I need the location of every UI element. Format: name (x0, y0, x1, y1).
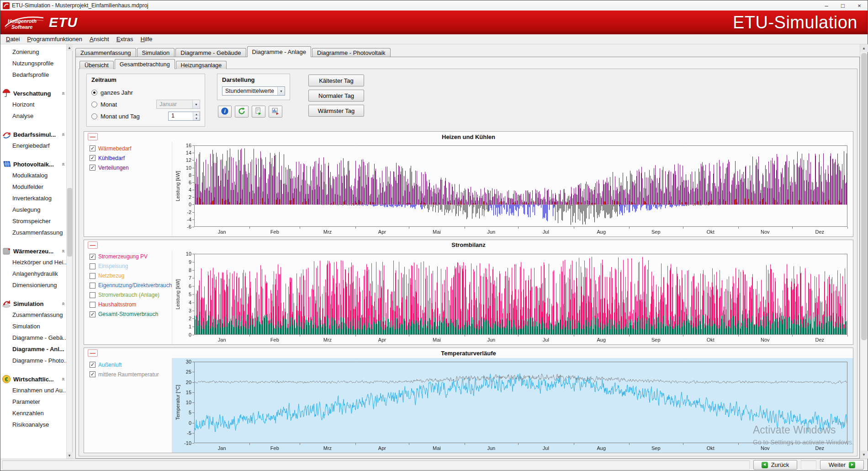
checkbox[interactable] (90, 302, 95, 308)
scroll-down-icon[interactable]: ▼ (67, 452, 73, 459)
sidebar-item-parameter[interactable]: Parameter (0, 396, 66, 407)
sidebar-group-header-w-rmeerzeu[interactable]: Wärmeerzeu...» (0, 246, 66, 257)
sidebar-scroll-track[interactable] (67, 51, 73, 452)
sidebar-item-stromspeicher[interactable]: Stromspeicher (0, 215, 66, 227)
sidebar-item-horizont[interactable]: Horizont (0, 99, 66, 110)
chart-copy-button[interactable] (269, 106, 282, 118)
day-spinner[interactable]: 1 ▲▼ (168, 112, 200, 121)
sidebar-item-nutzungsprofile[interactable]: Nutzungsprofile (0, 58, 66, 69)
minimize-button[interactable]: – (818, 1, 835, 11)
darstellung-select[interactable]: Stundenmittelwerte ▼ (222, 86, 285, 96)
checkbox[interactable]: ✓ (90, 311, 95, 317)
close-button[interactable]: × (851, 1, 868, 11)
chevron-down-icon[interactable]: ▼ (192, 100, 200, 108)
refresh-button[interactable] (235, 106, 249, 118)
tab-zusammenfassung[interactable]: Zusammenfassung (75, 48, 136, 57)
maximize-button[interactable]: □ (835, 1, 851, 11)
next-button[interactable]: Weiter (820, 460, 864, 470)
sidebar-item-simulation[interactable]: Simulation (0, 321, 66, 332)
legend-item-netzbezug[interactable]: Netzbezug (90, 271, 171, 281)
sidebar-item-zonierung[interactable]: Zonierung (0, 46, 66, 58)
sidebar-item-diagramme-geb[interactable]: Diagramme - Gebä... (0, 332, 66, 343)
scroll-down-icon[interactable]: ▼ (860, 451, 868, 459)
collapse-chart-button[interactable]: — (88, 133, 98, 140)
normaler-tag-button[interactable]: Normaler Tag (308, 90, 364, 102)
sidebar-item-dimensionierung[interactable]: Dimensionierung (0, 279, 66, 291)
k-ltester-tag-button[interactable]: Kältester Tag (308, 75, 364, 86)
sidebar-group-header-bedarfssimul[interactable]: Bedarfssimul...» (0, 129, 66, 140)
sidebar-item-energiebedarf[interactable]: Energiebedarf (0, 140, 66, 151)
legend-item-w-rmebedarf[interactable]: ✓Wärmebedarf (90, 144, 171, 153)
collapse-chevron-icon[interactable]: » (59, 133, 66, 136)
main-scroll-track[interactable] (860, 52, 868, 451)
w-rmster-tag-button[interactable]: Wärmster Tag (308, 105, 364, 117)
legend-item-haushaltsstrom[interactable]: Haushaltsstrom (90, 300, 171, 310)
sidebar-item-einnahmen-und-au[interactable]: Einnahmen und Au... (0, 385, 66, 396)
tab-diagramme-photovoltaik[interactable]: Diagramme - Photovoltaik (312, 48, 391, 57)
tab-diagramme-geb-ude[interactable]: Diagramme - Gebäude (175, 48, 246, 57)
legend-item-au-enluft[interactable]: ✓Außenluft (90, 360, 171, 369)
menu-extras[interactable]: Extras (113, 35, 137, 43)
menu-datei[interactable]: Datei (2, 35, 23, 43)
sidebar-item-bedarfsprofile[interactable]: Bedarfsprofile (0, 69, 66, 80)
sidebar-item-diagramme-photo[interactable]: Diagramme - Photo... (0, 355, 66, 366)
main-scroll-thumb[interactable] (861, 53, 867, 340)
subtab-gesamtbetrachtung[interactable]: Gesamtbetrachtung (115, 59, 175, 69)
collapse-chart-button[interactable]: — (88, 349, 98, 357)
month-select[interactable]: Januar ▼ (156, 100, 200, 109)
collapse-chevron-icon[interactable]: » (59, 91, 66, 95)
legend-item-stromverbrauch-anlage[interactable]: Stromverbrauch (Anlage) (90, 290, 171, 300)
checkbox[interactable]: ✓ (90, 145, 95, 151)
sidebar-item-kennzahlen[interactable]: Kennzahlen (0, 407, 66, 419)
radio-monat-und-tag[interactable]: Monat und Tag 1 ▲▼ (91, 110, 200, 122)
tab-simulation[interactable]: Simulation (137, 48, 175, 57)
back-button[interactable]: Zurück (753, 460, 797, 470)
sidebar-group-header-verschattung[interactable]: Verschattung» (0, 88, 66, 99)
radio-icon[interactable] (91, 90, 97, 96)
sidebar-group-header-photovoltaik[interactable]: Photovoltaik...» (0, 159, 66, 170)
sidebar-item-auslegung[interactable]: Auslegung (0, 204, 66, 215)
checkbox[interactable] (90, 273, 95, 279)
legend-item-verteilungen[interactable]: ✓Verteilungen (90, 163, 171, 172)
scroll-up-icon[interactable]: ▲ (860, 44, 868, 52)
menu-ansicht[interactable]: Ansicht (86, 35, 113, 43)
chevron-down-icon[interactable]: ▼ (277, 87, 285, 95)
legend-item-gesamt-stromverbrauch[interactable]: ✓Gesamt-Stromverbrauch (90, 310, 171, 319)
legend-item-k-hlbedarf[interactable]: ✓Kühlbedarf (90, 153, 171, 163)
spinner-buttons[interactable]: ▲▼ (193, 112, 200, 120)
legend-item-stromerzeugung-pv[interactable]: ✓Stromerzeugung PV (90, 252, 171, 262)
radio-icon[interactable] (91, 102, 97, 107)
legend-item-mittlere-raumtemperatur[interactable]: ✓mittlere Raumtemperatur (90, 369, 171, 379)
sidebar-item-analyse[interactable]: Analyse (0, 110, 66, 122)
legend-item-einspeisung[interactable]: Einspeisung (90, 262, 171, 271)
sidebar-item-diagramme-anl[interactable]: Diagramme - Anl... (0, 343, 66, 355)
sidebar-item-modulfelder[interactable]: Modulfelder (0, 181, 66, 193)
sidebar-item-inverterkatalog[interactable]: Inverterkatalog (0, 193, 66, 204)
sidebar-item-anlagenhydraulik[interactable]: Anlagenhydraulik (0, 268, 66, 279)
spin-down-icon[interactable]: ▼ (193, 116, 200, 120)
collapse-chevron-icon[interactable]: » (59, 377, 66, 380)
spin-up-icon[interactable]: ▲ (193, 112, 200, 116)
checkbox[interactable]: ✓ (90, 254, 95, 260)
checkbox[interactable] (90, 263, 95, 269)
sidebar-scrollbar[interactable]: ▲ ▼ (66, 44, 72, 459)
sidebar-item-heizk-rper-und-hei[interactable]: Heizkörper und Hei... (0, 257, 66, 268)
checkbox[interactable]: ✓ (90, 362, 95, 368)
checkbox[interactable]: ✓ (90, 155, 95, 161)
sidebar-group-header-simulation[interactable]: Simulation» (0, 298, 66, 309)
collapse-chevron-icon[interactable]: » (59, 162, 66, 166)
radio-ganzes-jahr[interactable]: ganzes Jahr (91, 86, 200, 98)
checkbox[interactable]: ✓ (90, 165, 95, 171)
legend-item-eigennutzung-direktverbrauch[interactable]: Eigennutzung/Direktverbrauch (90, 281, 171, 290)
subtab-heizungsanlage[interactable]: Heizungsanlage (176, 61, 227, 69)
sidebar-item-zusammenfassung[interactable]: Zusammenfassung (0, 227, 66, 238)
sidebar-item-zusammenfassung[interactable]: Zusammenfassung (0, 309, 66, 321)
main-scrollbar[interactable]: ▲ ▼ (860, 44, 868, 459)
sidebar-scroll-thumb[interactable] (67, 188, 72, 257)
subtab-bersicht[interactable]: Übersicht (79, 61, 114, 69)
sidebar-item-modulkatalog[interactable]: Modulkatalog (0, 170, 66, 181)
collapse-chevron-icon[interactable]: » (59, 249, 66, 252)
sidebar-group-header-wirtschaftlic[interactable]: €Wirtschaftlic...» (0, 374, 66, 385)
checkbox[interactable] (90, 283, 95, 289)
scroll-up-icon[interactable]: ▲ (67, 44, 73, 51)
